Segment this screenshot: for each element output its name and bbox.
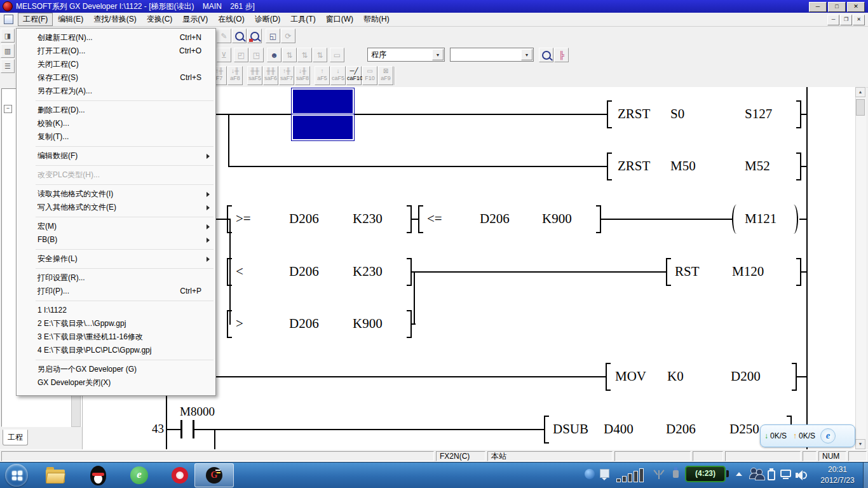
maximize-button[interactable]: □ — [828, 2, 846, 12]
menubar-item[interactable]: 工具(T) — [285, 13, 320, 26]
edit-tool-button[interactable]: ✎ — [217, 29, 231, 43]
tray-wireless-icon[interactable] — [653, 468, 665, 480]
ladder-symbol-button-aF5[interactable]: ↑aF5 — [315, 66, 330, 85]
menu-item[interactable]: 关闭工程(C) — [17, 58, 215, 71]
mdi-close-button[interactable]: ✕ — [853, 15, 865, 25]
menu-item[interactable]: 3 E:\下载目录\重经机11-16修改 — [17, 330, 215, 344]
program-type-combobox[interactable]: 程序 ▼ — [367, 48, 445, 62]
ladder-symbol-button-aF9[interactable]: ⊠aF9 — [378, 66, 393, 85]
ladder-symbol-button-saF8[interactable]: ↓╫saF8 — [295, 66, 310, 85]
statement-display-button[interactable]: ☰ — [1, 59, 15, 73]
window-tile-button[interactable]: ◳ — [249, 48, 264, 62]
menubar-item[interactable]: 变换(C) — [142, 13, 178, 26]
menu-item[interactable]: 保存工程(S)Ctrl+S — [17, 71, 215, 85]
menu-item[interactable]: 写入其他格式的文件(E) — [17, 201, 215, 214]
start-button[interactable] — [5, 464, 28, 487]
menu-item[interactable]: 删除工程(D)... — [17, 104, 215, 117]
block-combobox[interactable]: ▼ — [450, 48, 534, 62]
tray-battery-timer[interactable]: (4:23) — [685, 466, 726, 482]
tray-language-icon[interactable] — [600, 469, 610, 482]
tray-signal-bars-icon[interactable] — [616, 468, 644, 482]
menu-item[interactable]: 4 E:\下载目录\PLC\PLC\Gppw.gpj — [17, 344, 215, 357]
ladder-symbol-button-saF6[interactable]: ╫╫saF6 — [263, 66, 278, 85]
show-desktop-button[interactable] — [863, 463, 868, 488]
menu-item[interactable]: 安全操作(L) — [17, 252, 215, 266]
menu-item[interactable]: 复制(T)... — [17, 130, 215, 144]
ladder-symbol-button-caF5[interactable]: ↓caF5 — [330, 66, 346, 85]
chevron-down-icon[interactable]: ▼ — [432, 49, 444, 60]
find-device-button[interactable] — [232, 29, 247, 43]
menu-item[interactable]: 创建新工程(N)...Ctrl+N — [17, 31, 215, 44]
minimize-button[interactable]: ─ — [809, 2, 827, 12]
taskbar-opera-icon[interactable] — [172, 467, 188, 484]
ladder-symbol-button-saF7[interactable]: ↑╫saF7 — [279, 66, 294, 85]
taskbar-360browser-icon[interactable]: e — [130, 466, 148, 484]
menu-item[interactable]: 1 I:\1122 — [17, 304, 215, 317]
taskbar-clock[interactable]: 20:31 2012/7/23 — [815, 464, 860, 486]
tray-network-icon[interactable] — [780, 469, 792, 480]
step-out-button[interactable]: ⇅ — [313, 48, 327, 62]
menu-item[interactable]: 另启动一个GX Developer (G) — [17, 363, 215, 376]
menu-item[interactable]: 读取其他格式的文件(I) — [17, 187, 215, 201]
taskbar-gx-developer-button[interactable]: G — [194, 463, 234, 487]
mdi-restore-button[interactable]: ❐ — [840, 15, 852, 25]
browser-icon[interactable]: e — [820, 428, 836, 444]
scroll-down-icon[interactable]: ▼ — [855, 439, 865, 449]
ladder-symbol-button-caF10[interactable]: ─╱caF10 — [346, 66, 362, 85]
scrollbar-thumb[interactable] — [856, 99, 865, 116]
tray-volume-icon[interactable] — [796, 470, 808, 481]
menu-item[interactable]: 宏(M) — [17, 220, 215, 233]
menubar-item[interactable]: 工程(F) — [18, 13, 53, 26]
ladder-symbol-button-F10[interactable]: ▭F10 — [362, 66, 377, 85]
tray-users-icon[interactable] — [750, 468, 766, 482]
scroll-up-icon[interactable]: ▲ — [855, 87, 865, 97]
network-speed-widget[interactable]: ↓ 0K/S ↑ 0K/S e — [760, 424, 855, 447]
mdi-minimize-button[interactable]: ─ — [827, 15, 839, 25]
menu-item[interactable]: 编辑数据(F) — [17, 149, 215, 163]
comment-display-button[interactable]: ▥ — [1, 44, 15, 58]
menu-item[interactable]: 打开工程(O)...Ctrl+O — [17, 44, 215, 58]
device-test-button[interactable]: ▭ — [330, 48, 344, 62]
taskbar-qq-icon[interactable] — [89, 466, 107, 486]
step-in-button[interactable]: ⇅ — [297, 48, 312, 62]
close-button[interactable]: ✕ — [847, 2, 865, 12]
project-data-list-button[interactable]: ◨ — [1, 29, 15, 43]
tray-battery-icon[interactable] — [768, 468, 776, 481]
project-tree-toggle-button[interactable]: ╠ — [554, 48, 569, 62]
find-replace-button[interactable] — [247, 29, 262, 43]
menubar-item[interactable]: 查找/替换(S) — [88, 13, 141, 26]
chevron-down-icon[interactable]: ▼ — [521, 49, 532, 60]
tray-usb-icon[interactable] — [671, 466, 681, 482]
taskbar-explorer-icon[interactable] — [46, 466, 66, 485]
refresh-button[interactable]: ⟳ — [281, 29, 295, 43]
monitor-mode-button[interactable]: ☻ — [267, 48, 281, 62]
ladder-symbol-button-saF5[interactable]: ╫╫saF5 — [247, 66, 262, 85]
find-doc-button[interactable] — [539, 48, 553, 62]
ladder-scrollbar[interactable] — [855, 87, 866, 449]
panel-scrollbar[interactable] — [71, 394, 81, 427]
menubar-item[interactable]: 在线(O) — [213, 13, 249, 26]
menu-item[interactable]: 2 E:\下载目录\...\Gppw.gpj — [17, 317, 215, 330]
tray-show-hidden-icons[interactable] — [736, 472, 742, 476]
ladder-cursor-cell[interactable] — [292, 114, 354, 140]
menubar-item[interactable]: 诊断(D) — [250, 13, 286, 26]
menu-item[interactable]: FB(B) — [17, 233, 215, 247]
ladder-cursor-cell[interactable] — [292, 88, 354, 114]
download-tool-button[interactable]: ⊻ — [217, 48, 231, 62]
tray-app-icon[interactable] — [585, 469, 595, 479]
menu-item[interactable]: 打印(P)...Ctrl+P — [17, 285, 215, 298]
menu-item[interactable]: 打印设置(R)... — [17, 271, 215, 285]
menu-item[interactable]: 另存工程为(A)... — [17, 85, 215, 98]
menubar-item[interactable]: 帮助(H) — [358, 13, 395, 26]
tree-expander-icon[interactable]: − — [4, 105, 12, 113]
mdi-child-icon[interactable] — [4, 15, 13, 24]
menu-item[interactable]: 校验(K)... — [17, 117, 215, 130]
menubar-item[interactable]: 编辑(E) — [53, 13, 88, 26]
menubar-item[interactable]: 显示(V) — [177, 13, 213, 26]
tab-project[interactable]: 工程 — [3, 430, 28, 445]
step-run-button[interactable]: ⇅ — [282, 48, 297, 62]
ladder-symbol-button-aF8[interactable]: ↓╫aF8 — [227, 66, 243, 85]
menubar-item[interactable]: 窗口(W) — [321, 13, 358, 26]
window-cascade-button[interactable]: ◰ — [234, 48, 248, 62]
menu-item[interactable]: GX Developer关闭(X) — [17, 376, 215, 390]
